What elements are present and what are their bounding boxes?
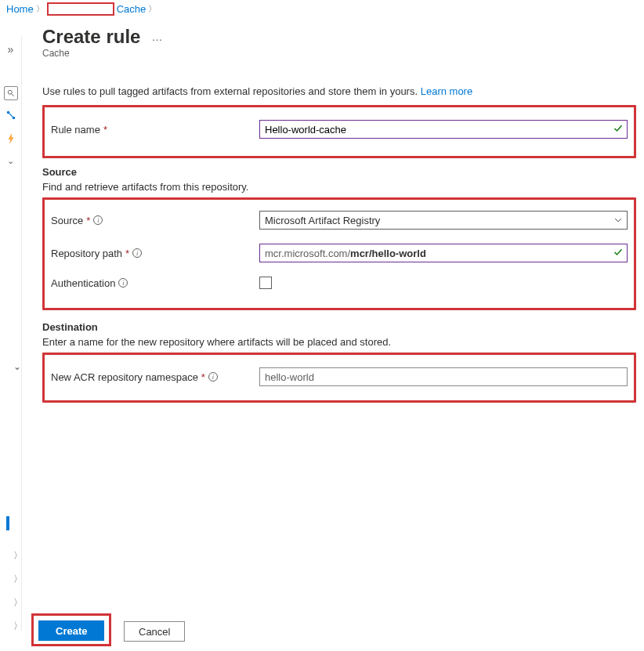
info-icon[interactable]: i bbox=[118, 278, 128, 288]
breadcrumb-redacted bbox=[47, 2, 114, 16]
lightning-icon[interactable] bbox=[2, 130, 20, 147]
rail-chevron[interactable]: 〉 bbox=[13, 549, 23, 562]
page-description: Use rules to pull tagged artifacts from … bbox=[42, 85, 636, 97]
expand-rail-button[interactable]: » bbox=[2, 41, 20, 58]
rule-name-label: Rule name * bbox=[51, 124, 251, 136]
namespace-label: New ACR repository namespace * i bbox=[51, 371, 251, 383]
search-icon[interactable] bbox=[4, 86, 18, 100]
rail-chevron[interactable]: 〉 bbox=[13, 573, 23, 586]
info-icon[interactable]: i bbox=[93, 215, 103, 225]
chevron-right-icon: 〉 bbox=[148, 3, 157, 15]
rail-chevron[interactable]: ⌄ bbox=[13, 360, 21, 372]
connect-icon[interactable] bbox=[2, 107, 20, 124]
learn-more-link[interactable]: Learn more bbox=[421, 85, 472, 97]
cancel-button[interactable]: Cancel bbox=[124, 621, 185, 642]
chevron-right-icon: 〉 bbox=[36, 3, 45, 15]
info-icon[interactable]: i bbox=[208, 372, 218, 382]
chevron-down-icon[interactable]: ⌄ bbox=[7, 154, 14, 168]
check-icon bbox=[613, 248, 623, 259]
breadcrumb-cache[interactable]: Cache bbox=[117, 3, 147, 15]
rail-chevron[interactable]: 〉 bbox=[13, 596, 23, 609]
rail-chevron[interactable]: 〉 bbox=[13, 620, 23, 633]
page-header: Create rule … Cache bbox=[42, 18, 636, 62]
svg-point-0 bbox=[8, 90, 12, 94]
source-dropdown[interactable]: Microsoft Artifact Registry bbox=[259, 211, 628, 230]
destination-description: Enter a name for the new repository wher… bbox=[42, 336, 636, 348]
chevron-down-icon bbox=[614, 215, 622, 226]
breadcrumb: Home 〉 Cache 〉 bbox=[0, 0, 644, 18]
info-icon[interactable]: i bbox=[132, 248, 142, 258]
repo-path-input[interactable]: mcr.microsoft.com/mcr/hello-world bbox=[259, 244, 628, 262]
footer-highlight: Create bbox=[31, 613, 111, 646]
auth-checkbox[interactable] bbox=[259, 277, 272, 289]
main-content: Create rule … Cache Use rules to pull ta… bbox=[28, 18, 644, 403]
page-title: Create rule bbox=[42, 26, 140, 48]
left-nav-rail: » ⌄ bbox=[0, 36, 22, 631]
svg-line-4 bbox=[9, 113, 13, 117]
breadcrumb-home[interactable]: Home bbox=[6, 3, 34, 15]
source-heading: Source bbox=[42, 166, 636, 178]
source-section: Source * i Microsoft Artifact Registry R… bbox=[42, 197, 636, 310]
check-icon bbox=[613, 124, 623, 136]
svg-line-1 bbox=[11, 94, 13, 96]
repo-path-label: Repository path * i bbox=[51, 248, 251, 259]
destination-section: New ACR repository namespace * i bbox=[42, 353, 636, 403]
more-icon[interactable]: … bbox=[151, 31, 163, 43]
page-subtitle: Cache bbox=[42, 48, 636, 59]
namespace-input[interactable] bbox=[259, 367, 628, 386]
rule-name-input[interactable] bbox=[259, 120, 628, 139]
auth-label: Authentication i bbox=[51, 277, 251, 289]
rule-name-section: Rule name * bbox=[42, 105, 636, 158]
create-button[interactable]: Create bbox=[38, 620, 104, 641]
source-description: Find and retrieve artifacts from this re… bbox=[42, 181, 636, 193]
source-label: Source * i bbox=[51, 215, 251, 226]
destination-heading: Destination bbox=[42, 321, 636, 333]
nav-active-indicator bbox=[6, 516, 9, 530]
